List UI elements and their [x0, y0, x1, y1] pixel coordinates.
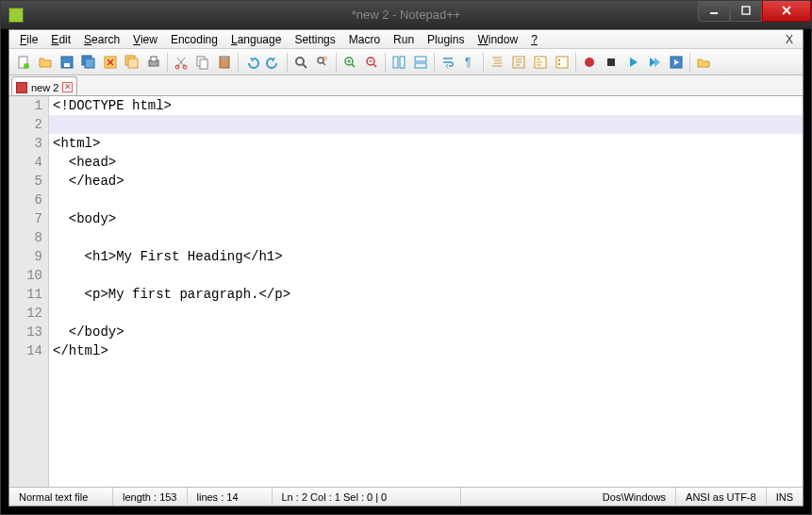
svg-rect-7	[85, 58, 94, 68]
unsaved-file-icon	[16, 82, 27, 93]
doc-map-button[interactable]	[530, 52, 551, 73]
status-position: Ln : 2 Col : 1 Sel : 0 | 0	[273, 488, 461, 506]
menu-encoding[interactable]: Encoding	[164, 31, 224, 48]
save-button[interactable]	[57, 52, 77, 73]
window-controls	[698, 1, 811, 22]
play-multi-button[interactable]	[644, 52, 665, 73]
file-tab[interactable]: new 2 ✕	[11, 76, 77, 95]
svg-point-19	[296, 58, 304, 65]
save-macro-button[interactable]	[666, 52, 687, 73]
record-macro-button[interactable]	[579, 52, 600, 73]
status-length: length : 153	[113, 488, 188, 506]
menu-edit[interactable]: Edit	[44, 31, 77, 48]
user-lang-button[interactable]	[508, 52, 529, 73]
zoom-out-button[interactable]	[361, 52, 382, 73]
svg-text:b: b	[323, 55, 327, 61]
code-editor[interactable]: <!DOCTYPE html><html> <head> </head> <bo…	[49, 96, 803, 487]
line-number-gutter[interactable]: 1234567891011121314	[9, 96, 49, 487]
status-eol[interactable]: Dos\Windows	[593, 488, 676, 506]
svg-text:¶: ¶	[465, 56, 471, 69]
tab-bar: new 2 ✕	[9, 75, 803, 96]
menu-view[interactable]: View	[126, 31, 164, 48]
toolbar-separator	[483, 53, 484, 72]
toolbar-separator	[575, 53, 576, 72]
close-file-button[interactable]	[100, 52, 121, 73]
save-all-button[interactable]	[78, 52, 99, 73]
svg-rect-10	[128, 58, 138, 68]
minimize-button[interactable]	[698, 1, 730, 22]
toolbar-separator	[385, 53, 386, 72]
svg-point-3	[24, 63, 29, 69]
svg-point-33	[558, 63, 560, 65]
menu-language[interactable]: Language	[224, 31, 288, 48]
status-insert-mode[interactable]: INS	[767, 488, 803, 506]
func-list-button[interactable]	[552, 52, 572, 73]
play-macro-button[interactable]	[622, 52, 643, 73]
status-encoding[interactable]: ANSI as UTF-8	[676, 488, 767, 506]
title-bar[interactable]: *new 2 - Notepad++	[1, 1, 811, 29]
menu-file[interactable]: File	[13, 31, 44, 48]
svg-rect-12	[151, 57, 157, 61]
svg-rect-16	[200, 59, 207, 69]
window-title: *new 2 - Notepad++	[352, 8, 461, 22]
status-filetype: Normal text file	[9, 488, 113, 506]
svg-rect-27	[415, 63, 426, 68]
zoom-in-button[interactable]	[340, 52, 360, 73]
tab-close-button[interactable]: ✕	[62, 82, 73, 92]
toolbar: b ¶	[9, 49, 803, 75]
replace-button[interactable]: b	[312, 52, 333, 73]
status-bar: Normal text file length : 153 lines : 14…	[9, 487, 803, 506]
toolbar-separator	[167, 53, 168, 72]
toolbar-separator	[287, 53, 288, 72]
svg-point-32	[558, 59, 560, 61]
copy-button[interactable]	[192, 52, 213, 73]
svg-rect-5	[64, 63, 70, 67]
maximize-button[interactable]	[730, 1, 762, 22]
stop-macro-button[interactable]	[601, 52, 621, 73]
svg-point-34	[585, 58, 594, 67]
toolbar-separator	[238, 53, 239, 72]
menu-run[interactable]: Run	[387, 31, 421, 48]
mdi-close-button[interactable]: X	[786, 33, 799, 46]
close-button[interactable]	[762, 1, 811, 22]
open-file-button[interactable]	[35, 52, 56, 73]
menu-settings[interactable]: Settings	[288, 31, 341, 48]
menu-search[interactable]: Search	[77, 31, 126, 48]
tab-label: new 2	[31, 82, 58, 93]
toolbar-separator	[434, 53, 435, 72]
menu-macro[interactable]: Macro	[342, 31, 387, 48]
toolbar-separator	[689, 53, 690, 72]
menu-plugins[interactable]: Plugins	[421, 31, 471, 48]
menu-help[interactable]: ?	[524, 31, 544, 48]
find-button[interactable]	[290, 52, 311, 73]
svg-rect-25	[400, 57, 405, 68]
new-file-button[interactable]	[13, 52, 34, 73]
svg-rect-1	[742, 7, 750, 14]
toolbar-separator	[336, 53, 337, 72]
svg-rect-31	[556, 57, 568, 68]
menu-window[interactable]: Window	[471, 31, 524, 48]
sync-v-button[interactable]	[389, 52, 409, 73]
app-window: *new 2 - Notepad++ File Edit Search View…	[0, 0, 812, 515]
cut-button[interactable]	[171, 52, 191, 73]
menu-bar: File Edit Search View Encoding Language …	[9, 30, 803, 49]
paste-button[interactable]	[214, 52, 235, 73]
sync-h-button[interactable]	[410, 52, 431, 73]
status-lines: lines : 14	[188, 488, 273, 506]
client-area: File Edit Search View Encoding Language …	[8, 29, 804, 507]
print-button[interactable]	[143, 52, 164, 73]
show-folder-button[interactable]	[693, 52, 714, 73]
svg-rect-35	[607, 58, 615, 66]
svg-rect-26	[415, 57, 426, 61]
app-icon	[8, 8, 24, 23]
redo-button[interactable]	[263, 52, 284, 73]
svg-rect-18	[222, 56, 227, 58]
svg-rect-0	[710, 12, 718, 14]
wordwrap-button[interactable]	[438, 52, 458, 73]
show-all-chars-button[interactable]: ¶	[459, 52, 480, 73]
close-all-button[interactable]	[122, 52, 142, 73]
svg-rect-24	[393, 57, 398, 68]
editor-area: 1234567891011121314 <!DOCTYPE html><html…	[9, 96, 803, 487]
undo-button[interactable]	[241, 52, 262, 73]
indent-guide-button[interactable]	[487, 52, 507, 73]
